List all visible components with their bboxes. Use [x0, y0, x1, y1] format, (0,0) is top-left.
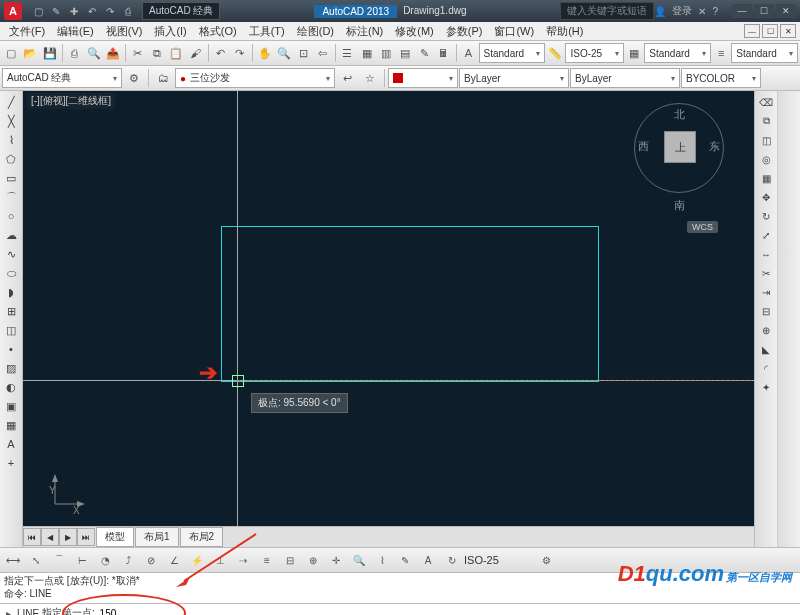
dim-ord-icon[interactable]: ⊢ — [71, 549, 93, 571]
paste-icon[interactable]: 📋 — [167, 42, 185, 64]
workspace-combo[interactable]: AutoCAD 经典 — [2, 68, 122, 88]
print-icon[interactable]: ⎙ — [65, 42, 83, 64]
dim-base-icon[interactable]: ⊥ — [209, 549, 231, 571]
qcalc-icon[interactable]: 🖩 — [434, 42, 452, 64]
markup-icon[interactable]: ✎ — [415, 42, 433, 64]
qat-print-icon[interactable]: ⎙ — [120, 3, 136, 19]
text-style-icon[interactable]: A — [459, 42, 477, 64]
new-icon[interactable]: ▢ — [2, 42, 20, 64]
point-icon[interactable]: • — [2, 340, 20, 358]
color-combo[interactable] — [388, 68, 458, 88]
compass-w[interactable]: 西 — [638, 139, 649, 154]
line-icon[interactable]: ╱ — [2, 93, 20, 111]
stretch-icon[interactable]: ↔ — [757, 245, 775, 263]
ellipse-icon[interactable]: ⬭ — [2, 264, 20, 282]
tolerance-icon[interactable]: ⊕ — [302, 549, 324, 571]
help-search[interactable]: 键入关键字或短语 — [560, 2, 654, 20]
addsel-icon[interactable]: + — [2, 454, 20, 472]
dim-jog-icon[interactable]: ⤴ — [117, 549, 139, 571]
publish-icon[interactable]: 📤 — [104, 42, 122, 64]
copy-icon[interactable]: ⧉ — [148, 42, 166, 64]
menu-edit[interactable]: 编辑(E) — [52, 24, 99, 39]
dim-dia-icon[interactable]: ⊘ — [140, 549, 162, 571]
compass-n[interactable]: 北 — [674, 107, 685, 122]
dim-aligned-icon[interactable]: ⤡ — [25, 549, 47, 571]
center-icon[interactable]: ✛ — [325, 549, 347, 571]
join-icon[interactable]: ⊕ — [757, 321, 775, 339]
ssm-icon[interactable]: ▤ — [396, 42, 414, 64]
region-icon[interactable]: ▣ — [2, 397, 20, 415]
ml-style-icon[interactable]: ≡ — [712, 42, 730, 64]
ws-settings-icon[interactable]: ⚙ — [123, 67, 145, 89]
move-icon[interactable]: ✥ — [757, 188, 775, 206]
workspace-dropdown[interactable]: AutoCAD 经典 — [142, 2, 220, 20]
undo-icon[interactable]: ↶ — [211, 42, 229, 64]
dcenter-icon[interactable]: ▦ — [358, 42, 376, 64]
dim-quick-icon[interactable]: ⚡ — [186, 549, 208, 571]
viewcube-top[interactable]: 上 — [664, 131, 696, 163]
block-icon[interactable]: ◫ — [2, 321, 20, 339]
menu-insert[interactable]: 插入(I) — [149, 24, 191, 39]
command-history[interactable]: 指定下一点或 [放弃(U)]: *取消* 命令: LINE — [0, 572, 800, 603]
dim-jogline-icon[interactable]: ⌇ — [371, 549, 393, 571]
cut-icon[interactable]: ✂ — [129, 42, 147, 64]
rotate-icon[interactable]: ↻ — [757, 207, 775, 225]
insert-icon[interactable]: ⊞ — [2, 302, 20, 320]
preview-icon[interactable]: 🔍 — [85, 42, 103, 64]
app-icon[interactable]: A — [4, 2, 22, 20]
compass-s[interactable]: 南 — [674, 198, 685, 213]
wcs-badge[interactable]: WCS — [687, 221, 718, 233]
dim-space-icon[interactable]: ≡ — [256, 549, 278, 571]
hatch-icon[interactable]: ▨ — [2, 359, 20, 377]
dim-ang-icon[interactable]: ∠ — [163, 549, 185, 571]
table-icon[interactable]: ▦ — [2, 416, 20, 434]
linetype-combo[interactable]: ByLayer — [459, 68, 569, 88]
dim-edit-icon[interactable]: ✎ — [394, 549, 416, 571]
layer-prev-icon[interactable]: ↩ — [336, 67, 358, 89]
inspect-icon[interactable]: 🔍 — [348, 549, 370, 571]
circle-icon[interactable]: ○ — [2, 207, 20, 225]
dim-tedit-icon[interactable]: A — [417, 549, 439, 571]
dimstyle-mgr-icon[interactable]: ⚙ — [535, 549, 557, 571]
properties-icon[interactable]: ☰ — [338, 42, 356, 64]
qat-redo-icon[interactable]: ↷ — [102, 3, 118, 19]
array-icon[interactable]: ▦ — [757, 169, 775, 187]
text-style-combo[interactable]: Standard — [479, 43, 546, 63]
menu-modify[interactable]: 修改(M) — [390, 24, 439, 39]
ellipsearc-icon[interactable]: ◗ — [2, 283, 20, 301]
dim-arc-icon[interactable]: ⌒ — [48, 549, 70, 571]
dim-update-icon[interactable]: ↻ — [441, 549, 463, 571]
dim-style-combo[interactable]: ISO-25 — [565, 43, 624, 63]
zoom-prev-icon[interactable]: ⇦ — [313, 42, 331, 64]
user-icon[interactable]: 👤 — [654, 6, 666, 17]
extend-icon[interactable]: ⇥ — [757, 283, 775, 301]
revcloud-icon[interactable]: ☁ — [2, 226, 20, 244]
drawing-canvas[interactable]: [-][俯视][二维线框] 上 北 南 西 东 WCS 极点: 95.5690 … — [23, 91, 754, 526]
command-input[interactable] — [98, 607, 800, 616]
viewcube[interactable]: 上 北 南 西 东 — [634, 103, 724, 193]
pan-icon[interactable]: ✋ — [256, 42, 274, 64]
dim-break-icon[interactable]: ⊟ — [279, 549, 301, 571]
spline-icon[interactable]: ∿ — [2, 245, 20, 263]
break-icon[interactable]: ⊟ — [757, 302, 775, 320]
mdi-restore[interactable]: ☐ — [762, 24, 778, 38]
compass-e[interactable]: 东 — [709, 139, 720, 154]
tab-prev-icon[interactable]: ◀ — [41, 528, 59, 546]
explode-icon[interactable]: ✦ — [757, 378, 775, 396]
mdi-minimize[interactable]: — — [744, 24, 760, 38]
layer-state-icon[interactable]: ☆ — [359, 67, 381, 89]
tab-first-icon[interactable]: ⏮ — [23, 528, 41, 546]
fillet-icon[interactable]: ◜ — [757, 359, 775, 377]
layer-combo[interactable]: ●三位沙发 — [175, 68, 335, 88]
arc-icon[interactable]: ⌒ — [2, 188, 20, 206]
right-scrollbar[interactable] — [777, 91, 800, 547]
chamfer-icon[interactable]: ◣ — [757, 340, 775, 358]
mtext-icon[interactable]: A — [2, 435, 20, 453]
menu-draw[interactable]: 绘图(D) — [292, 24, 339, 39]
tab-last-icon[interactable]: ⏭ — [77, 528, 95, 546]
qat-save-icon[interactable]: ✚ — [66, 3, 82, 19]
close-button[interactable]: ✕ — [776, 4, 796, 18]
mirror-icon[interactable]: ◫ — [757, 131, 775, 149]
gradient-icon[interactable]: ◐ — [2, 378, 20, 396]
ml-style-combo[interactable]: Standard — [731, 43, 798, 63]
